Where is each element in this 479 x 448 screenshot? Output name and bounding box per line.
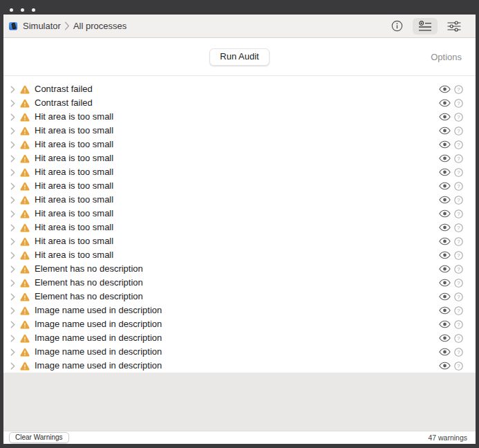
- warning-row[interactable]: Hit area is too small ?: [3, 179, 476, 193]
- chevron-right-icon[interactable]: [10, 113, 16, 121]
- chevron-right-icon[interactable]: [10, 86, 16, 93]
- chevron-right-icon[interactable]: [10, 362, 16, 370]
- eye-icon[interactable]: [439, 127, 451, 135]
- chevron-right-icon[interactable]: [10, 265, 16, 273]
- question-mark-icon[interactable]: ?: [454, 140, 463, 149]
- chevron-right-icon[interactable]: [10, 321, 16, 328]
- question-mark-icon[interactable]: ?: [454, 154, 463, 163]
- breadcrumb-app[interactable]: Simulator: [23, 21, 61, 31]
- question-mark-icon[interactable]: ?: [454, 99, 463, 108]
- run-audit-button[interactable]: Run Audit: [209, 48, 269, 66]
- eye-icon[interactable]: [439, 99, 451, 107]
- window-zoom-button[interactable]: [32, 8, 35, 12]
- warning-row[interactable]: Hit area is too small ?: [3, 138, 476, 151]
- eye-icon[interactable]: [439, 223, 451, 232]
- window-close-button[interactable]: [10, 8, 13, 12]
- eye-icon[interactable]: [439, 251, 451, 259]
- chevron-right-icon[interactable]: [10, 279, 16, 287]
- warning-row[interactable]: Hit area is too small ?: [3, 234, 476, 248]
- warning-row[interactable]: Hit area is too small ?: [3, 221, 476, 234]
- question-mark-icon[interactable]: ?: [454, 168, 463, 177]
- eye-icon[interactable]: [439, 168, 451, 176]
- eye-icon[interactable]: [439, 140, 451, 149]
- question-mark-icon[interactable]: ?: [454, 320, 463, 329]
- chevron-right-icon[interactable]: [10, 127, 16, 135]
- options-button[interactable]: Options: [431, 52, 462, 62]
- chevron-right-icon[interactable]: [10, 238, 16, 245]
- question-mark-icon[interactable]: ?: [454, 279, 463, 288]
- window-minimize-button[interactable]: [21, 8, 24, 12]
- warning-row[interactable]: Hit area is too small ?: [3, 193, 476, 207]
- question-mark-icon[interactable]: ?: [454, 182, 463, 191]
- warning-row[interactable]: Contrast failed ?: [3, 82, 476, 96]
- breadcrumb-chevron-icon: [64, 21, 70, 30]
- eye-icon[interactable]: [439, 209, 451, 218]
- chevron-right-icon[interactable]: [10, 196, 16, 204]
- eye-icon[interactable]: [439, 334, 451, 342]
- warning-row[interactable]: Hit area is too small ?: [3, 207, 476, 221]
- warning-row[interactable]: Element has no description ?: [3, 262, 476, 276]
- clear-warnings-button[interactable]: Clear Warnings: [9, 432, 69, 443]
- question-mark-icon[interactable]: ?: [454, 223, 463, 232]
- chevron-right-icon[interactable]: [10, 210, 16, 218]
- question-mark-icon[interactable]: ?: [454, 251, 463, 260]
- question-mark-icon[interactable]: ?: [454, 196, 463, 205]
- warning-row[interactable]: Image name used in description ?: [3, 359, 476, 373]
- warning-row[interactable]: Element has no description ?: [3, 276, 476, 290]
- eye-icon[interactable]: [439, 85, 451, 93]
- chevron-right-icon[interactable]: [10, 183, 16, 190]
- eye-icon[interactable]: [439, 362, 451, 370]
- filters-button[interactable]: [442, 18, 467, 35]
- warning-row[interactable]: Image name used in description ?: [3, 317, 476, 331]
- warning-row[interactable]: Hit area is too small ?: [3, 165, 476, 179]
- eye-icon[interactable]: [439, 292, 451, 301]
- warning-row[interactable]: Hit area is too small ?: [3, 124, 476, 138]
- chevron-right-icon[interactable]: [10, 141, 16, 149]
- eye-icon[interactable]: [439, 348, 451, 356]
- chevron-right-icon[interactable]: [10, 293, 16, 301]
- question-mark-icon[interactable]: ?: [454, 348, 463, 357]
- question-mark-icon[interactable]: ?: [454, 292, 463, 301]
- chevron-right-icon[interactable]: [10, 224, 16, 232]
- question-mark-icon[interactable]: ?: [454, 306, 463, 315]
- warning-count: 47 warnings: [428, 433, 467, 442]
- question-mark-icon[interactable]: ?: [454, 127, 463, 136]
- eye-icon[interactable]: [439, 320, 451, 328]
- warning-row[interactable]: Hit area is too small ?: [3, 248, 476, 262]
- breadcrumb-target[interactable]: All processes: [73, 21, 126, 31]
- eye-icon[interactable]: [439, 237, 451, 245]
- eye-icon[interactable]: [439, 306, 451, 315]
- eye-icon[interactable]: [439, 182, 451, 190]
- eye-icon[interactable]: [439, 265, 451, 273]
- question-mark-icon[interactable]: ?: [454, 209, 463, 218]
- warning-row[interactable]: Hit area is too small ?: [3, 151, 476, 165]
- warning-row[interactable]: Contrast failed ?: [3, 96, 476, 110]
- warning-label: Hit area is too small: [35, 248, 113, 262]
- chevron-right-icon[interactable]: [10, 348, 16, 356]
- warning-row[interactable]: Image name used in description ?: [3, 304, 476, 317]
- chevron-right-icon[interactable]: [10, 252, 16, 259]
- chevron-right-icon[interactable]: [10, 169, 16, 176]
- warning-row[interactable]: Hit area is too small ?: [3, 110, 476, 124]
- question-mark-icon[interactable]: ?: [454, 265, 463, 274]
- eye-icon[interactable]: [439, 154, 451, 162]
- chevron-right-icon[interactable]: [10, 155, 16, 162]
- question-mark-icon[interactable]: ?: [454, 85, 463, 94]
- warning-triangle-icon: [20, 113, 30, 122]
- question-mark-icon[interactable]: ?: [454, 113, 463, 122]
- warning-row[interactable]: Image name used in description ?: [3, 345, 476, 359]
- chevron-right-icon[interactable]: [10, 100, 16, 107]
- info-button[interactable]: [386, 18, 408, 35]
- question-mark-icon[interactable]: ?: [454, 362, 463, 371]
- warning-row[interactable]: Image name used in description ?: [3, 331, 476, 345]
- chevron-right-icon[interactable]: [10, 307, 16, 315]
- warning-triangle-icon: [20, 196, 30, 205]
- chevron-right-icon[interactable]: [10, 335, 16, 342]
- eye-icon[interactable]: [439, 113, 451, 121]
- question-mark-icon[interactable]: ?: [454, 334, 463, 343]
- question-mark-icon[interactable]: ?: [454, 237, 463, 246]
- eye-icon[interactable]: [439, 196, 451, 204]
- audit-button[interactable]: [413, 18, 438, 35]
- warning-row[interactable]: Element has no description ?: [3, 290, 476, 304]
- eye-icon[interactable]: [439, 279, 451, 287]
